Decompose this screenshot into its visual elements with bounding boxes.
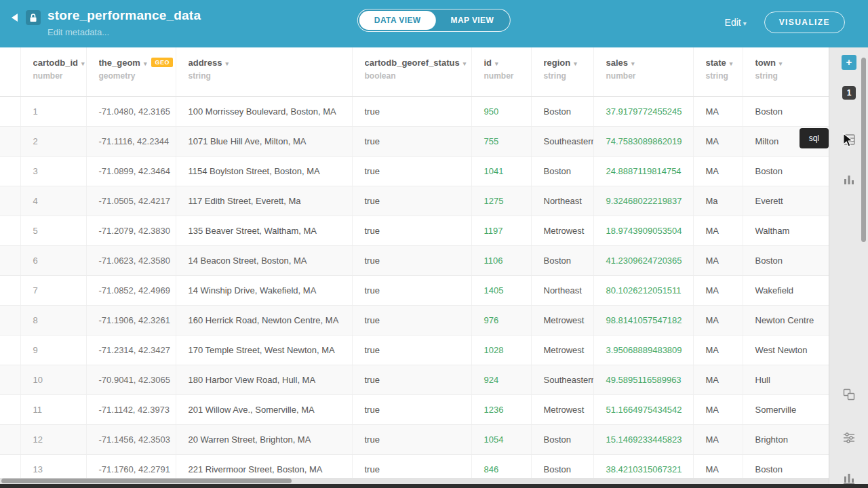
sql-tooltip[interactable]: sql	[800, 128, 829, 148]
chart-bars-icon[interactable]	[843, 174, 855, 186]
column-header-region[interactable]: region▾string	[531, 47, 593, 96]
cell-the_geom[interactable]: -71.0480, 42.3165	[86, 96, 176, 126]
cell-town[interactable]: Wakefield	[743, 275, 829, 305]
column-header-address[interactable]: address▾string	[176, 47, 352, 96]
horizontal-scrollbar-track[interactable]	[0, 478, 829, 484]
cell-the_geom[interactable]: -71.0505, 42.4217	[86, 186, 176, 216]
cell-region[interactable]: Boston	[531, 156, 593, 186]
cell-address[interactable]: 170 Temple Street, West Newton, MA	[176, 335, 352, 365]
cell-cartodb_id[interactable]: 11	[20, 394, 86, 424]
cell-cartodb_georef_status[interactable]: true	[352, 96, 471, 126]
cell-id[interactable]: 924	[471, 365, 531, 394]
lock-icon[interactable]	[26, 10, 41, 25]
merge-tables-icon[interactable]	[843, 388, 855, 401]
cell-cartodb_georef_status[interactable]: true	[352, 245, 471, 275]
cell-address[interactable]: 160 Herrick Road, Newton Centre, MA	[176, 305, 352, 335]
horizontal-scrollbar-thumb[interactable]	[1, 479, 292, 483]
cell-cartodb_georef_status[interactable]: true	[352, 365, 471, 394]
cell-town[interactable]: Everett	[743, 186, 829, 216]
cell-the_geom[interactable]: -71.1906, 42.3261	[86, 305, 176, 335]
cell-id[interactable]: 1236	[471, 394, 531, 424]
cell-cartodb_id[interactable]: 8	[20, 305, 86, 335]
cell-the_geom[interactable]: -70.9041, 42.3065	[86, 365, 176, 394]
cell-cartodb_georef_status[interactable]: true	[352, 305, 471, 335]
cell-region[interactable]: Southeastern	[531, 365, 593, 394]
cell-town[interactable]: Boston	[743, 245, 829, 275]
cell-the_geom[interactable]: -71.1456, 42.3503	[86, 424, 176, 454]
filter-sliders-icon[interactable]	[843, 432, 855, 445]
cell-address[interactable]: 135 Beaver Street, Waltham, MA	[176, 216, 352, 245]
cell-town[interactable]: Boston	[743, 96, 829, 126]
cell-address[interactable]: 201 Willow Ave., Somerville, MA	[176, 394, 352, 424]
edit-metadata-link[interactable]: Edit metadata...	[47, 27, 201, 37]
cell-region[interactable]: Northeast	[531, 275, 593, 305]
cell-region[interactable]: Metrowest	[531, 394, 593, 424]
cell-id[interactable]: 755	[471, 126, 531, 156]
cell-town[interactable]: West Newton	[743, 335, 829, 365]
cell-region[interactable]: Metrowest	[531, 216, 593, 245]
cell-cartodb_id[interactable]: 3	[20, 156, 86, 186]
cell-cartodb_id[interactable]: 6	[20, 245, 86, 275]
column-header-town[interactable]: town▾string	[743, 47, 829, 96]
cell-id[interactable]: 1106	[471, 245, 531, 275]
cell-address[interactable]: 221 Rivermoor Street, Boston, MA	[176, 454, 352, 479]
cell-cartodb_id[interactable]: 10	[20, 365, 86, 394]
cell-address[interactable]: 14 Winship Drive, Wakefield, MA	[176, 275, 352, 305]
cell-town[interactable]: Boston	[743, 454, 829, 479]
cell-the_geom[interactable]: -71.1760, 42.2791	[86, 454, 176, 479]
cell-the_geom[interactable]: -71.1142, 42.3973	[86, 394, 176, 424]
cell-state[interactable]: MA	[693, 216, 743, 245]
cell-state[interactable]: MA	[693, 335, 743, 365]
cell-cartodb_id[interactable]: 4	[20, 186, 86, 216]
cell-the_geom[interactable]: -71.2079, 42.3830	[86, 216, 176, 245]
cell-cartodb_id[interactable]: 5	[20, 216, 86, 245]
cell-sales[interactable]: 9.32468022219837	[593, 186, 693, 216]
cell-state[interactable]: MA	[693, 454, 743, 479]
column-header-state[interactable]: state▾string	[693, 47, 743, 96]
cell-sales[interactable]: 3.95068889483809	[593, 335, 693, 365]
cell-region[interactable]: Boston	[531, 245, 593, 275]
cell-the_geom[interactable]: -71.2314, 42.3427	[86, 335, 176, 365]
cell-sales[interactable]: 18.9743909053504	[593, 216, 693, 245]
cell-state[interactable]: MA	[693, 394, 743, 424]
cell-id[interactable]: 846	[471, 454, 531, 479]
cell-address[interactable]: 14 Beacon Street, Boston, MA	[176, 245, 352, 275]
column-header-sales[interactable]: sales▾number	[593, 47, 693, 96]
cell-region[interactable]: Boston	[531, 454, 593, 479]
cell-cartodb_georef_status[interactable]: true	[352, 156, 471, 186]
column-header-id[interactable]: id▾number	[471, 47, 531, 96]
cell-cartodb_id[interactable]: 12	[20, 424, 86, 454]
cell-region[interactable]: Metrowest	[531, 335, 593, 365]
cell-cartodb_georef_status[interactable]: true	[352, 216, 471, 245]
cell-state[interactable]: MA	[693, 365, 743, 394]
edit-dropdown[interactable]: Edit▾	[725, 17, 747, 28]
cell-state[interactable]: MA	[693, 305, 743, 335]
cell-sales[interactable]: 98.8141057547182	[593, 305, 693, 335]
cell-the_geom[interactable]: -71.0899, 42.3464	[86, 156, 176, 186]
cell-sales[interactable]: 51.1664975434542	[593, 394, 693, 424]
cell-region[interactable]: Boston	[531, 96, 593, 126]
tab-data-view[interactable]: DATA VIEW	[359, 11, 436, 30]
cell-cartodb_id[interactable]: 9	[20, 335, 86, 365]
column-header-cartodb_georef_status[interactable]: cartodb_georef_status▾boolean	[352, 47, 471, 96]
cell-address[interactable]: 20 Warren Street, Brighton, MA	[176, 424, 352, 454]
vertical-scrollbar[interactable]	[861, 58, 866, 242]
cell-address[interactable]: 1071 Blue Hill Ave, Milton, MA	[176, 126, 352, 156]
cell-id[interactable]: 976	[471, 305, 531, 335]
cell-address[interactable]: 1154 Boylston Street, Boston, MA	[176, 156, 352, 186]
cell-town[interactable]: Brighton	[743, 424, 829, 454]
cell-cartodb_georef_status[interactable]: true	[352, 335, 471, 365]
cell-state[interactable]: MA	[693, 275, 743, 305]
cell-address[interactable]: 180 Harbor View Road, Hull, MA	[176, 365, 352, 394]
cell-state[interactable]: MA	[693, 126, 743, 156]
tab-map-view[interactable]: MAP VIEW	[436, 11, 509, 30]
cell-town[interactable]: Somerville	[743, 394, 829, 424]
cell-town[interactable]: Boston	[743, 156, 829, 186]
cell-sales[interactable]: 37.9179772455245	[593, 96, 693, 126]
cell-cartodb_id[interactable]: 1	[20, 96, 86, 126]
cell-the_geom[interactable]: -71.0852, 42.4969	[86, 275, 176, 305]
column-header-cartodb_id[interactable]: cartodb_id▾number	[20, 47, 86, 96]
cell-region[interactable]: Southeastern	[531, 126, 593, 156]
cell-address[interactable]: 117 Edith Street, Everett, Ma	[176, 186, 352, 216]
cell-cartodb_georef_status[interactable]: true	[352, 186, 471, 216]
